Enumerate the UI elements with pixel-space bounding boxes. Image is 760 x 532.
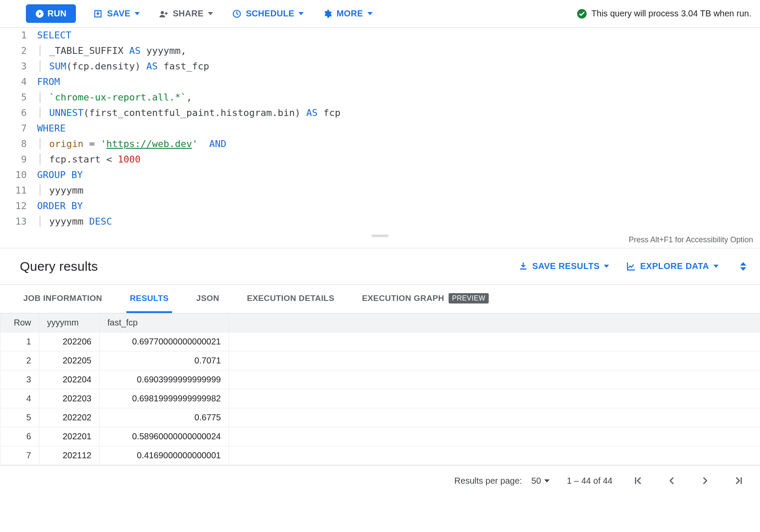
save-button[interactable]: SAVE [91,6,141,21]
column-header-filler [229,313,760,332]
table-cell: 202204 [39,370,100,389]
line-number: 13 [0,214,37,229]
table-row[interactable]: 42022030.69819999999999982 [0,389,760,408]
table-cell [229,370,760,389]
code-token: ' [192,138,198,149]
code-token: WHERE [37,123,66,134]
code-content: ORDER BY [37,198,83,214]
results-table: Rowyyyymmfast_fcp 12022060.6977000000000… [0,313,760,465]
table-cell: 0.69770000000000021 [100,332,229,351]
caret-down-icon [135,12,140,15]
code-token: 1000 [118,154,141,165]
save-results-button[interactable]: SAVE RESULTS [510,258,618,275]
explore-data-label: EXPLORE DATA [640,261,709,271]
line-number: 5 [0,90,37,105]
table-row[interactable]: 62022010.58960000000000024 [0,427,760,446]
page-range: 1 – 44 of 44 [567,476,612,486]
code-line: 7WHERE [0,121,760,136]
code-token: _TABLE_SUFFIX [49,45,129,56]
tab-job-information[interactable]: JOB INFORMATION [20,285,106,313]
svg-point-1 [161,11,164,14]
chart-icon [626,262,636,271]
more-label: MORE [336,9,363,19]
line-number: 2 [0,43,37,59]
code-line: 11│ yyyymm [0,183,760,198]
table-cell: 202206 [39,332,100,351]
explore-data-button[interactable]: EXPLORE DATA [618,258,727,275]
prev-page-button[interactable] [663,473,680,489]
code-line: 12ORDER BY [0,198,760,214]
line-number: 3 [0,59,37,74]
table-cell: 0.7071 [100,351,229,370]
last-page-button[interactable] [731,473,747,489]
code-token: `chrome-ux-report.all.*` [49,92,186,103]
line-number: 9 [0,152,37,167]
code-token: FROM [37,76,60,87]
expand-toggle[interactable] [740,262,746,271]
caret-down-icon [544,479,550,482]
tab-execution-details[interactable]: EXECUTION DETAILS [243,285,338,313]
code-token: SUM [49,61,66,72]
code-content: WHERE [37,121,66,136]
query-toolbar: RUN SAVE SHARE SCHEDULE MORE This qu [0,0,760,28]
check-circle-icon [577,9,587,19]
validator-text: This query will process 3.04 TB when run… [591,9,751,19]
table-row[interactable]: 22022050.7071 [0,351,760,370]
code-token: origin [49,138,83,149]
table-cell: 202112 [39,446,100,465]
download-icon [518,262,528,271]
table-row[interactable]: 12022060.69770000000000021 [0,332,760,351]
per-page-select[interactable]: 50 [531,476,550,486]
line-number: 7 [0,121,37,136]
run-button[interactable]: RUN [26,4,76,23]
tab-json[interactable]: JSON [193,285,223,313]
table-cell: 202205 [39,351,100,370]
first-page-button[interactable] [630,473,646,489]
results-header: Query results SAVE RESULTS EXPLORE DATA [0,248,760,284]
code-token: , [186,92,192,103]
table-cell [229,332,760,351]
column-header[interactable]: fast_fcp [100,313,229,332]
table-cell: 0.4169000000000001 [100,446,229,465]
line-number: 8 [0,136,37,152]
code-content: │ `chrome-ux-report.all.*`, [37,90,192,105]
sql-editor[interactable]: 1SELECT2│ _TABLE_SUFFIX AS yyyymm,3│ SUM… [0,28,760,234]
table-cell: 0.69819999999999982 [100,389,229,408]
code-line: 13│ yyyymm DESC [0,214,760,229]
gear-icon [323,9,332,19]
column-header[interactable]: yyyymm [39,313,100,332]
caret-down-icon [367,12,373,15]
indent-guide: │ [37,90,43,105]
code-content: │ yyyymm DESC [37,214,112,229]
table-row[interactable]: 52022020.6775 [0,408,760,427]
table-row[interactable]: 72021120.4169000000000001 [0,446,760,465]
code-token: fcp.start < [49,154,118,165]
table-cell [229,351,760,370]
indent-guide: │ [37,105,43,121]
save-icon [93,9,103,19]
code-token: yyyymm, [141,45,186,56]
line-number: 12 [0,198,37,214]
tab-results[interactable]: RESULTS [126,285,172,313]
per-page-label: Results per page: [454,476,522,486]
schedule-button[interactable]: SCHEDULE [230,6,305,21]
code-line: 3│ SUM(fcp.density) AS fast_fcp [0,59,760,74]
code-token: SELECT [37,30,71,41]
caret-down-icon [208,12,213,15]
code-token: ' [100,138,106,149]
results-table-wrap: Rowyyyymmfast_fcp 12022060.6977000000000… [0,313,760,465]
code-token: DESC [89,216,112,227]
table-cell [229,427,760,446]
more-button[interactable]: MORE [321,6,374,21]
code-token: https://web.dev [106,138,192,149]
code-line: 5│ `chrome-ux-report.all.*`, [0,90,760,105]
tab-execution-graph[interactable]: EXECUTION GRAPH PREVIEW [358,285,492,313]
share-button[interactable]: SHARE [157,6,215,21]
code-token: GROUP BY [37,169,83,180]
code-line: 4FROM [0,74,760,90]
table-row[interactable]: 32022040.6903999999999999 [0,370,760,389]
next-page-button[interactable] [697,473,713,489]
resize-handle[interactable] [371,235,389,237]
column-header[interactable]: Row [0,313,39,332]
code-token [198,138,209,149]
